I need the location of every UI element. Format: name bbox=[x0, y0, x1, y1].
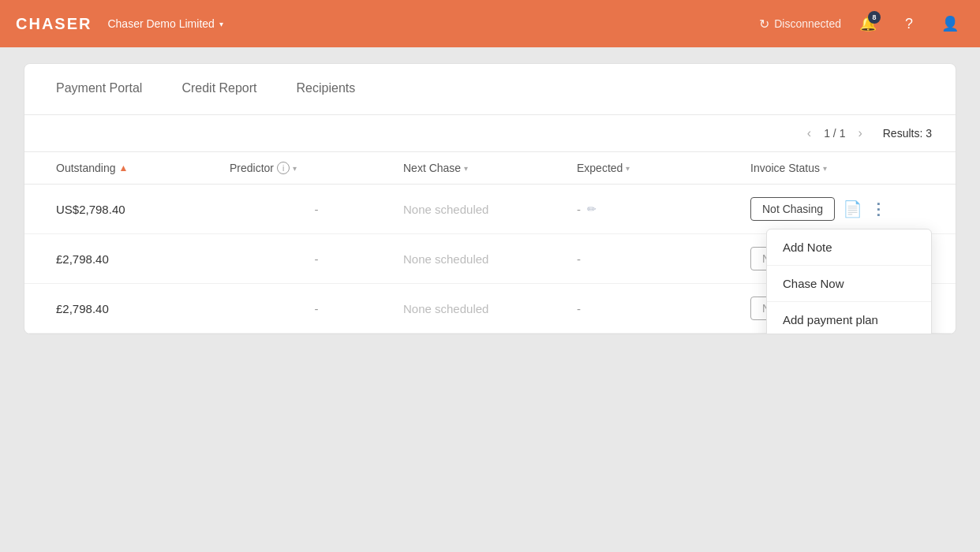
tab-recipients[interactable]: Recipients bbox=[297, 65, 356, 113]
sort-ascending-icon: ▲ bbox=[119, 162, 129, 173]
expected-cell: - bbox=[577, 302, 750, 315]
context-menu: Add Note Chase Now Add payment plan Disp… bbox=[766, 229, 932, 334]
pagination-bar: ‹ 1 / 1 › Results: 3 bbox=[24, 115, 956, 152]
predictor-cell: - bbox=[230, 203, 403, 216]
user-icon: 👤 bbox=[941, 15, 959, 32]
expected-cell: - bbox=[577, 252, 750, 266]
col-next-chase[interactable]: Next Chase ▾ bbox=[403, 162, 577, 174]
col-invoice-status[interactable]: Invoice Status ▾ bbox=[750, 162, 924, 174]
next-chase-filter-arrow: ▾ bbox=[464, 164, 468, 173]
tab-payment-portal[interactable]: Payment Portal bbox=[56, 65, 142, 113]
user-button[interactable]: 👤 bbox=[936, 9, 964, 38]
next-chase-cell: None scheduled bbox=[403, 203, 577, 216]
predictor-info-icon: i bbox=[277, 162, 290, 174]
next-chase-cell: None scheduled bbox=[403, 302, 577, 315]
company-selector[interactable]: Chaser Demo Limited ▾ bbox=[107, 17, 223, 30]
results-count: Results: 3 bbox=[883, 127, 932, 140]
page-info: 1 / 1 bbox=[824, 127, 845, 140]
expected-cell: - ✏ bbox=[577, 203, 750, 216]
disconnected-label: Disconnected bbox=[774, 17, 841, 30]
help-icon: ? bbox=[905, 16, 913, 32]
main-content: Payment Portal Credit Report Recipients … bbox=[24, 63, 956, 334]
amount-cell: £2,798.40 bbox=[56, 252, 230, 266]
help-button[interactable]: ? bbox=[895, 9, 923, 38]
document-icon[interactable]: 📄 bbox=[843, 200, 862, 218]
expected-filter-arrow: ▾ bbox=[626, 164, 630, 173]
predictor-cell: - bbox=[230, 302, 403, 315]
table-header: Outstanding ▲ Predictor i ▾ Next Chase ▾… bbox=[24, 152, 956, 185]
prev-page-button[interactable]: ‹ bbox=[802, 125, 816, 142]
menu-item-add-note[interactable]: Add Note bbox=[767, 229, 931, 266]
tabs-bar: Payment Portal Credit Report Recipients bbox=[24, 64, 956, 115]
not-chasing-button[interactable]: Not Chasing bbox=[750, 197, 835, 221]
col-expected[interactable]: Expected ▾ bbox=[577, 162, 750, 174]
table-body: US$2,798.40 - None scheduled - ✏ Not Cha… bbox=[24, 185, 956, 334]
amount-cell: US$2,798.40 bbox=[56, 203, 230, 216]
col-outstanding[interactable]: Outstanding ▲ bbox=[56, 162, 230, 174]
notification-badge: 8 bbox=[868, 11, 881, 24]
company-dropdown-arrow: ▾ bbox=[219, 20, 223, 28]
table-row: US$2,798.40 - None scheduled - ✏ Not Cha… bbox=[24, 185, 956, 234]
edit-icon[interactable]: ✏ bbox=[587, 203, 597, 215]
sync-icon: ↻ bbox=[759, 17, 769, 32]
next-page-button[interactable]: › bbox=[853, 125, 866, 142]
menu-item-chase-now[interactable]: Chase Now bbox=[767, 266, 931, 302]
nav-left: CHASER Chaser Demo Limited ▾ bbox=[16, 15, 223, 33]
status-cell: Not Chasing 📄 ⋮ Add Note Chase Now Add p… bbox=[750, 197, 924, 221]
top-navigation: CHASER Chaser Demo Limited ▾ ↻ Disconnec… bbox=[0, 0, 980, 47]
more-options-button[interactable]: ⋮ bbox=[870, 201, 886, 217]
predictor-filter-arrow: ▾ bbox=[293, 164, 297, 173]
invoice-status-filter-arrow: ▾ bbox=[823, 164, 827, 173]
disconnected-status[interactable]: ↻ Disconnected bbox=[759, 17, 841, 32]
next-chase-cell: None scheduled bbox=[403, 252, 577, 266]
company-name: Chaser Demo Limited bbox=[107, 17, 214, 30]
amount-cell: £2,798.40 bbox=[56, 302, 230, 315]
col-predictor[interactable]: Predictor i ▾ bbox=[230, 162, 403, 174]
nav-right: ↻ Disconnected 🔔 8 ? 👤 bbox=[759, 9, 964, 38]
predictor-cell: - bbox=[230, 252, 403, 266]
chaser-logo: CHASER bbox=[16, 15, 92, 33]
menu-item-add-payment-plan[interactable]: Add payment plan bbox=[767, 302, 931, 334]
notifications-button[interactable]: 🔔 8 bbox=[854, 9, 882, 38]
tab-credit-report[interactable]: Credit Report bbox=[181, 65, 256, 113]
